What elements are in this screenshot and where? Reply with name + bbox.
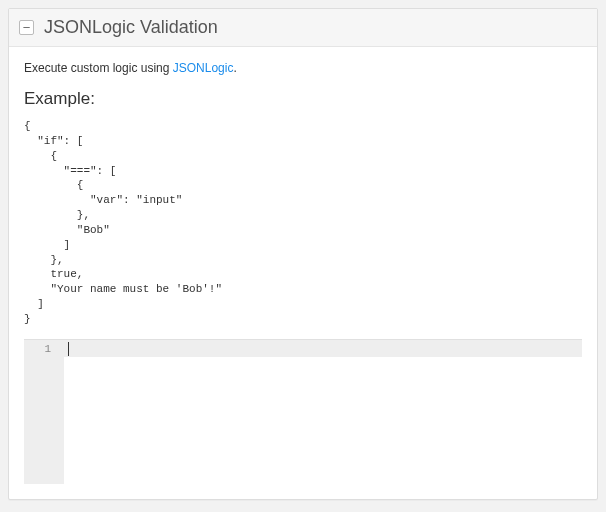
description-suffix: . xyxy=(233,61,236,75)
code-editor[interactable]: 1 xyxy=(24,339,582,484)
example-heading: Example: xyxy=(24,89,582,109)
panel-header[interactable]: − JSONLogic Validation xyxy=(9,9,597,47)
active-line-highlight xyxy=(64,340,582,357)
jsonlogic-link[interactable]: JSONLogic xyxy=(173,61,234,75)
example-code-block: { "if": [ { "===": [ { "var": "input" },… xyxy=(24,119,582,327)
collapse-toggle-button[interactable]: − xyxy=(19,20,34,35)
editor-gutter: 1 xyxy=(24,340,64,484)
panel-title: JSONLogic Validation xyxy=(44,17,218,38)
description-prefix: Execute custom logic using xyxy=(24,61,173,75)
jsonlogic-panel: − JSONLogic Validation Execute custom lo… xyxy=(8,8,598,500)
description-text: Execute custom logic using JSONLogic. xyxy=(24,61,582,75)
minus-icon: − xyxy=(23,21,31,34)
editor-cursor xyxy=(68,342,69,356)
line-number: 1 xyxy=(24,343,51,355)
panel-body: Execute custom logic using JSONLogic. Ex… xyxy=(9,47,597,499)
editor-content-area[interactable] xyxy=(64,340,582,484)
